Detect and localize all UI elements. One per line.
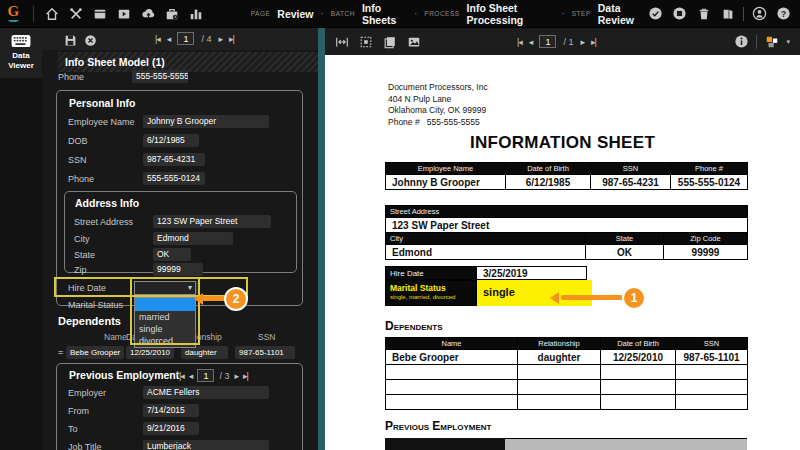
select-region-icon[interactable] bbox=[357, 33, 374, 50]
page-number-input[interactable]: 1 bbox=[197, 369, 214, 382]
activity-bar: Data Viewer bbox=[0, 28, 42, 450]
page-number-input[interactable]: 1 bbox=[539, 35, 556, 48]
breadcrumb-step[interactable]: Data Review bbox=[598, 2, 647, 26]
field-label-from: From bbox=[68, 406, 89, 416]
dependent-ssn-cell[interactable]: 987-65-1101 bbox=[235, 346, 295, 359]
imports-icon[interactable] bbox=[140, 5, 157, 22]
dropdown-option-single[interactable]: single bbox=[135, 323, 195, 335]
document-page[interactable]: Document Processors, Inc 404 N Pulp Lane… bbox=[325, 55, 800, 450]
field-input-phone2[interactable]: 555-555-0124 bbox=[143, 172, 205, 185]
next-page-button[interactable]: ▸ bbox=[234, 371, 238, 381]
stats-icon[interactable] bbox=[188, 5, 205, 22]
document-title: INFORMATION SHEET bbox=[325, 133, 800, 153]
field-input-dob[interactable]: 6/12/1985 bbox=[143, 134, 199, 147]
field-input-employee-name[interactable]: Johnny B Grooper bbox=[143, 115, 269, 128]
user-icon[interactable] bbox=[751, 5, 768, 22]
field-input-city[interactable]: Edmond bbox=[153, 232, 233, 245]
display-options-icon[interactable] bbox=[763, 33, 780, 50]
field-input-ssn[interactable]: 987-65-4231 bbox=[143, 153, 205, 166]
exit-icon[interactable] bbox=[719, 5, 736, 22]
stop-icon[interactable] bbox=[671, 5, 688, 22]
panel-splitter[interactable] bbox=[318, 28, 325, 450]
dependents-table: Name Relationship Date of Birth SSN Bebe… bbox=[385, 337, 748, 410]
prev-page-button[interactable]: ◂ bbox=[189, 371, 193, 381]
hire-date-label: Hire Date bbox=[385, 266, 477, 280]
breadcrumb-page[interactable]: Review bbox=[277, 8, 313, 20]
prev-page-button[interactable]: ◂ bbox=[167, 34, 171, 44]
save-icon[interactable] bbox=[62, 32, 79, 49]
breadcrumb-prefix: PROCESS bbox=[424, 10, 459, 17]
dropdown-option-married[interactable]: married bbox=[135, 311, 195, 323]
app-logo[interactable]: G bbox=[0, 5, 27, 22]
last-page-button[interactable]: ▸| bbox=[591, 37, 596, 47]
prev-page-button[interactable]: ◂ bbox=[529, 37, 533, 47]
dependent-name-cell[interactable]: Bebe Grooper bbox=[66, 346, 124, 359]
dropdown-option-blank[interactable] bbox=[135, 298, 195, 311]
field-input-phone[interactable]: 555-555-5555 bbox=[132, 70, 188, 83]
table-cell bbox=[518, 365, 601, 380]
chevron-down-icon[interactable]: ▾ bbox=[786, 38, 790, 46]
table-cell: 123 SW Paper Street bbox=[386, 218, 748, 233]
help-icon[interactable]: ? bbox=[775, 5, 792, 22]
breadcrumb-separator: · bbox=[414, 8, 417, 19]
field-input-to[interactable]: 9/21/2016 bbox=[143, 422, 199, 435]
table-cell: 12/25/2010 bbox=[601, 350, 676, 365]
table-cell bbox=[518, 380, 601, 395]
table-cell: Bebe Grooper bbox=[386, 350, 518, 365]
breadcrumb-batch[interactable]: Info Sheets bbox=[362, 2, 407, 26]
table-cell: 987-65-1101 bbox=[676, 350, 748, 365]
field-input-state[interactable]: OK bbox=[153, 248, 191, 261]
table-header: SSN bbox=[676, 338, 748, 350]
first-page-button[interactable]: |◂ bbox=[517, 37, 522, 47]
column-header-name: Name bbox=[104, 332, 127, 342]
cancel-icon[interactable] bbox=[82, 32, 99, 49]
previous-employment-heading: Previous Employment bbox=[385, 419, 491, 433]
model-header[interactable]: Info Sheet Model (1) bbox=[58, 52, 318, 72]
data-viewer-panel: |◂ ◂ 1 / 4 ▸ ▸| Info Sheet Model (1) Pho… bbox=[42, 28, 318, 450]
record-pager: |◂ ◂ 1 / 4 ▸ ▸| bbox=[155, 32, 234, 45]
last-page-button[interactable]: ▸| bbox=[229, 34, 234, 44]
info-icon[interactable] bbox=[733, 33, 750, 50]
column-header-ssn: SSN bbox=[258, 332, 275, 342]
tools-icon[interactable] bbox=[68, 5, 85, 22]
viewer-pager: |◂ ◂ 1 / 1 ▸ ▸| bbox=[517, 35, 596, 48]
tasks-icon[interactable] bbox=[116, 5, 133, 22]
field-label-dob: DOB bbox=[68, 136, 88, 146]
table-cell bbox=[676, 365, 748, 380]
field-input-employer[interactable]: ACME Fellers bbox=[143, 386, 269, 399]
pages-icon[interactable] bbox=[381, 33, 398, 50]
first-page-button[interactable]: |◂ bbox=[155, 34, 160, 44]
marital-status-select[interactable]: ▾ bbox=[134, 281, 196, 295]
sidebar-item-label: Data Viewer bbox=[2, 51, 40, 71]
next-page-button[interactable]: ▸ bbox=[580, 37, 584, 47]
batches-icon[interactable] bbox=[92, 5, 109, 22]
page-number-input[interactable]: 1 bbox=[177, 32, 194, 45]
breadcrumb-process[interactable]: Info Sheet Processing bbox=[467, 2, 555, 26]
field-label-employer: Employer bbox=[68, 388, 106, 398]
next-page-button[interactable]: ▸ bbox=[218, 34, 222, 44]
callout-badge-1: 1 bbox=[622, 286, 646, 310]
field-input-from[interactable]: 7/14/2015 bbox=[143, 404, 199, 417]
table-cell: 555-555-0124 bbox=[671, 175, 748, 190]
table-cell bbox=[676, 395, 748, 410]
fit-width-icon[interactable] bbox=[333, 33, 350, 50]
complete-task-icon[interactable] bbox=[647, 5, 664, 22]
first-page-button[interactable]: |◂ bbox=[179, 371, 184, 381]
table-cell bbox=[676, 380, 748, 395]
field-input-street[interactable]: 123 SW Paper Street bbox=[153, 215, 271, 228]
field-label-job-title: Job Title bbox=[68, 442, 102, 450]
table-header: Street Address bbox=[386, 206, 748, 218]
last-page-button[interactable]: ▸| bbox=[243, 371, 248, 381]
image-icon[interactable] bbox=[405, 33, 422, 50]
delete-icon[interactable] bbox=[695, 5, 712, 22]
field-input-zip[interactable]: 99999 bbox=[153, 263, 203, 276]
row-handle[interactable]: = bbox=[58, 348, 63, 358]
logo-swoosh bbox=[8, 18, 19, 22]
jobs-icon[interactable] bbox=[164, 5, 181, 22]
home-icon[interactable] bbox=[44, 5, 61, 22]
field-input-job-title[interactable]: Lumberjack bbox=[143, 440, 269, 450]
dropdown-option-divorced[interactable]: divorced bbox=[135, 335, 195, 347]
field-label-to: To bbox=[68, 424, 78, 434]
page-count: / 3 bbox=[219, 371, 229, 381]
sidebar-item-data-viewer[interactable]: Data Viewer bbox=[0, 28, 42, 78]
